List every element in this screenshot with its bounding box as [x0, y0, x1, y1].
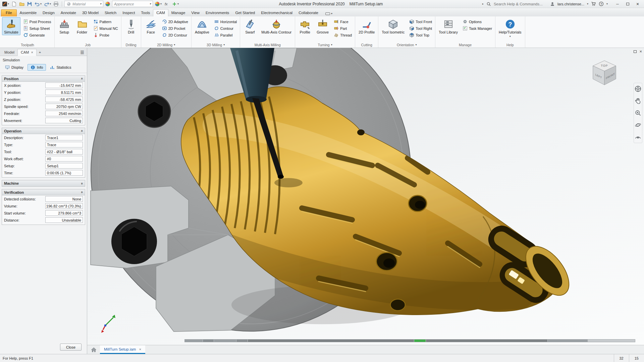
open-icon[interactable]	[18, 1, 25, 7]
tab-display[interactable]: Display	[2, 64, 26, 71]
tool-isometric-button[interactable]: Tool Isometric	[380, 17, 407, 35]
setup-button[interactable]: Setup	[56, 17, 73, 35]
user-name[interactable]: lars.christense...	[557, 2, 584, 6]
2d-pocket-button[interactable]: 2D Pocket	[160, 25, 190, 32]
probe-button[interactable]: Probe	[92, 32, 120, 38]
section-header-verification[interactable]: Verification«	[2, 189, 85, 195]
home-button[interactable]	[89, 345, 99, 354]
restore-doc-icon[interactable]	[634, 50, 637, 53]
section-header-machine[interactable]: Machine»	[2, 180, 85, 186]
section-header-position[interactable]: Position«	[2, 76, 85, 82]
new-file-icon[interactable]	[11, 1, 17, 7]
turning-part-button[interactable]: Part	[332, 25, 354, 32]
turning-thread-button[interactable]: Thread	[332, 32, 354, 38]
turning-face-button[interactable]: Face	[332, 18, 354, 25]
view-cube[interactable]: TOP LEFT FRONT	[590, 58, 619, 87]
3d-viewport-canvas[interactable]	[87, 48, 644, 345]
tab-get-started[interactable]: Get Started	[232, 9, 258, 16]
full-navigation-wheel-icon[interactable]	[635, 85, 641, 92]
tab-electromechanical[interactable]: Electromechanical	[258, 9, 296, 16]
print-icon[interactable]	[53, 1, 59, 7]
2d-profile-button[interactable]: 2D Profile	[357, 17, 377, 35]
adaptive-button[interactable]: Adaptive	[193, 17, 211, 35]
tab-inspect[interactable]: Inspect	[119, 9, 138, 16]
doc-tab-close-icon[interactable]: ×	[139, 347, 141, 351]
tab-file[interactable]: File	[1, 9, 17, 16]
add-panel-tab-button[interactable]: +	[37, 49, 43, 56]
tab-tools[interactable]: Tools	[138, 9, 153, 16]
search-input[interactable]	[494, 2, 547, 6]
appearance-wheel-icon[interactable]: ▾	[154, 1, 162, 7]
face-2d-button[interactable]: Face	[143, 17, 159, 35]
2d-adaptive-button[interactable]: 2D Adaptive	[160, 18, 190, 25]
document-tab[interactable]: MillTurn Setup.iam ×	[100, 345, 145, 354]
ribbon-appearance-toggle[interactable]: ▾	[323, 11, 334, 16]
tool-top-button[interactable]: Tool Top	[408, 32, 434, 38]
manual-nc-button[interactable]: Manual NC	[92, 25, 120, 32]
swarf-button[interactable]: Swarf	[241, 17, 258, 35]
generate-button[interactable]: Generate	[21, 32, 53, 38]
redo-icon[interactable]: ▾	[43, 1, 52, 7]
search-icon[interactable]	[486, 2, 491, 6]
tab-design[interactable]: Design	[40, 9, 58, 16]
setup-sheet-button[interactable]: Setup Sheet	[21, 25, 53, 32]
tool-right-button[interactable]: Tool Right	[408, 25, 434, 32]
tab-sketch[interactable]: Sketch	[102, 9, 119, 16]
look-at-icon[interactable]	[635, 134, 641, 140]
turning-groove-button[interactable]: Groove	[314, 17, 331, 35]
post-process-button[interactable]: Post Process	[21, 18, 53, 25]
cart-icon[interactable]	[591, 1, 596, 6]
tool-library-button[interactable]: Tool Library	[437, 17, 460, 35]
color-wheel-icon[interactable]	[104, 1, 111, 7]
horizontal-button[interactable]: Horizontal	[212, 18, 239, 25]
undo-icon[interactable]: ▾	[34, 1, 42, 7]
tab-annotate[interactable]: Annotate	[58, 9, 79, 16]
tab-collaborate[interactable]: Collaborate	[296, 9, 321, 16]
turning-profile-button[interactable]: Profile	[297, 17, 313, 35]
close-window-button[interactable]: ×	[633, 0, 643, 8]
tab-manage[interactable]: Manage	[168, 9, 189, 16]
panel-tab-model[interactable]: Model	[1, 49, 17, 56]
multi-axis-contour-button[interactable]: Multi-Axis Contour	[259, 17, 293, 35]
close-doc-icon[interactable]: ×	[639, 49, 642, 54]
2d-contour-button[interactable]: 2D Contour	[160, 32, 190, 38]
tab-view[interactable]: View	[188, 9, 203, 16]
maximize-button[interactable]	[623, 0, 633, 8]
parallel-button[interactable]: Parallel	[212, 32, 239, 38]
minimize-button[interactable]: ─	[612, 0, 623, 8]
help-dropdown-icon[interactable]: ▾	[606, 3, 608, 5]
help-circle-icon[interactable]	[599, 1, 604, 6]
group-label-3d-milling[interactable]: 3D Milling▾	[193, 42, 238, 48]
appearance-dropdown[interactable]: Appearance ▾	[112, 1, 153, 7]
save-icon[interactable]	[26, 1, 33, 7]
tab-statistics[interactable]: Statistics	[47, 64, 74, 71]
simulate-button[interactable]: Simulate	[2, 17, 20, 35]
close-icon[interactable]: ×	[31, 50, 33, 54]
tab-environments[interactable]: Environments	[203, 9, 232, 16]
app-logo-icon[interactable]: ▾	[1, 1, 10, 7]
orbit-icon[interactable]	[635, 122, 641, 128]
section-header-operation[interactable]: Operation«	[2, 128, 85, 134]
tab-info[interactable]: Info	[28, 64, 46, 71]
close-simulation-button[interactable]: Close	[60, 344, 82, 351]
tab-assemble[interactable]: Assemble	[17, 9, 40, 16]
hamburger-menu-icon[interactable]: ☰	[77, 49, 87, 56]
options-button[interactable]: Options	[461, 18, 494, 25]
panel-tab-cam[interactable]: CAM×	[17, 49, 37, 56]
group-label-orientation[interactable]: Orientation▾	[380, 42, 434, 48]
drill-button[interactable]: Drill	[123, 17, 140, 35]
simulation-timeline[interactable]	[184, 339, 635, 342]
group-label-2d-milling[interactable]: 2D Milling▾	[143, 42, 190, 48]
folder-button[interactable]: Folder	[74, 17, 91, 35]
search-expand-icon[interactable]: ▸	[482, 3, 484, 5]
tab-cam[interactable]: CAM	[153, 9, 168, 17]
pan-icon[interactable]	[635, 98, 641, 104]
parameters-fx-icon[interactable]	[163, 1, 170, 7]
tab-3d-model[interactable]: 3D Model	[79, 9, 102, 16]
pattern-button[interactable]: Pattern	[92, 18, 120, 25]
zoom-icon[interactable]	[635, 110, 641, 116]
group-label-turning[interactable]: Turning▾	[297, 42, 354, 48]
user-avatar-icon[interactable]	[550, 2, 555, 6]
contour-button[interactable]: Contour	[212, 25, 239, 32]
help-tutorials-button[interactable]: Help/Tutorials▾	[497, 17, 523, 39]
